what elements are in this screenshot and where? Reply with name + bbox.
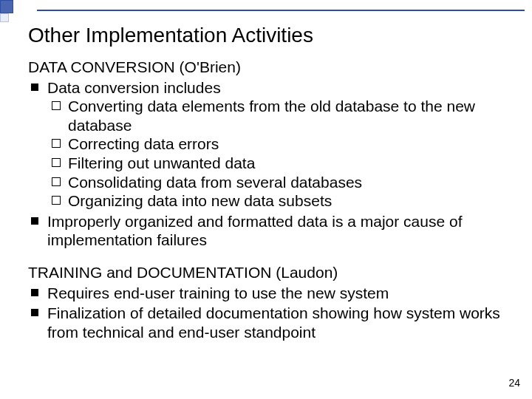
header-decoration [0, 0, 532, 19]
list-item-text: Data conversion includes [47, 79, 221, 96]
list-item-text: Finalization of detailed documentation s… [47, 304, 500, 341]
list-item-text: Requires end-user training to use the ne… [47, 284, 389, 301]
deco-line [37, 10, 525, 11]
slide-title: Other Implementation Activities [28, 24, 313, 47]
list-item: Consolidating data from several database… [68, 173, 507, 192]
list-item: Filtering out unwanted data [68, 154, 507, 173]
list-item: Converting data elements from the old da… [68, 97, 507, 134]
bullet-list-l2: Converting data elements from the old da… [47, 97, 507, 211]
list-item-text: Filtering out unwanted data [68, 154, 255, 171]
list-item-text: Organizing data into new data subsets [68, 192, 332, 209]
page-number: 24 [508, 377, 520, 389]
list-item: Data conversion includes Converting data… [47, 78, 507, 211]
list-item: Correcting data errors [68, 134, 507, 154]
section-data-conversion: DATA CONVERSION (O'Brien) Data conversio… [28, 58, 507, 250]
list-item: Finalization of detailed documentation s… [47, 304, 507, 341]
bullet-list-l1: Requires end-user training to use the ne… [28, 284, 507, 342]
bullet-list-l1: Data conversion includes Converting data… [28, 78, 507, 250]
deco-square-large [0, 0, 13, 13]
section-heading: TRAINING and DOCUMENTATION (Laudon) [28, 263, 507, 282]
deco-square-small [0, 13, 9, 22]
section-heading: DATA CONVERSION (O'Brien) [28, 58, 507, 77]
list-item: Organizing data into new data subsets [68, 191, 507, 211]
section-training-documentation: TRAINING and DOCUMENTATION (Laudon) Requ… [28, 263, 507, 341]
list-item-text: Consolidating data from several database… [68, 174, 362, 191]
slide-body: DATA CONVERSION (O'Brien) Data conversio… [28, 58, 507, 355]
slide: Other Implementation Activities DATA CON… [0, 0, 532, 399]
list-item: Improperly organized and formatted data … [47, 212, 507, 250]
list-item-text: Converting data elements from the old da… [68, 98, 475, 134]
list-item: Requires end-user training to use the ne… [47, 284, 507, 303]
list-item-text: Improperly organized and formatted data … [47, 213, 462, 249]
list-item-text: Correcting data errors [68, 135, 219, 152]
